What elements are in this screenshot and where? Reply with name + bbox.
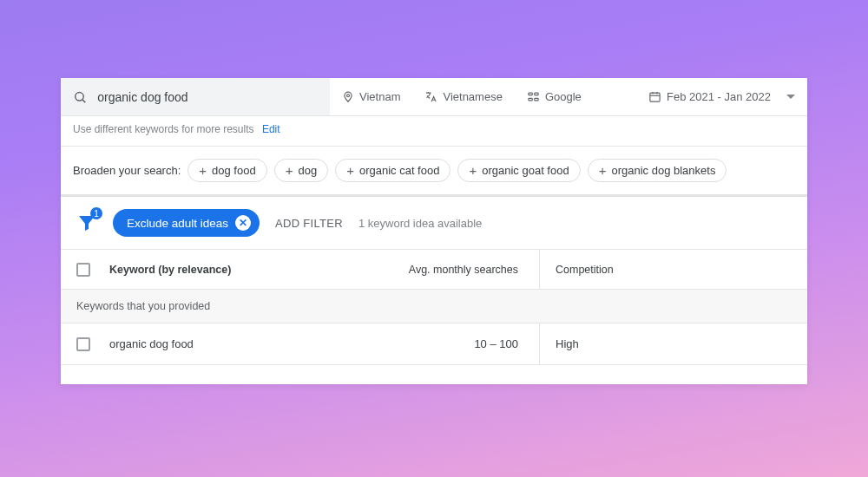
plus-icon: + (599, 164, 607, 177)
chip-label: dog (298, 164, 317, 177)
footer-spacer (61, 365, 807, 384)
row-checkbox[interactable] (76, 337, 90, 351)
location-selector[interactable]: Vietnam (330, 78, 412, 115)
add-filter-button[interactable]: ADD FILTER (275, 217, 343, 230)
active-filter-chip[interactable]: Exclude adult ideas ✕ (113, 209, 260, 237)
ideas-available-text: 1 keyword idea available (358, 217, 482, 230)
language-selector[interactable]: Vietnamese (412, 78, 514, 115)
chip-label: dog food (212, 164, 256, 177)
edit-link[interactable]: Edit (262, 123, 280, 135)
chip-label: organic goat food (482, 164, 569, 177)
broaden-chip[interactable]: +organic goat food (457, 159, 580, 182)
col-header-keyword[interactable]: Keyword (by relevance) (106, 264, 358, 276)
active-filter-label: Exclude adult ideas (127, 217, 228, 230)
table-row[interactable]: organic dog food 10 – 100 High (61, 323, 807, 365)
translate-icon (424, 90, 437, 103)
hint-text: Use different keywords for more results (73, 123, 254, 135)
broaden-chip[interactable]: +dog (274, 159, 328, 182)
col-header-avg-searches[interactable]: Avg. monthly searches (358, 250, 540, 289)
svg-rect-4 (529, 98, 532, 101)
network-selector[interactable]: Google (515, 78, 594, 115)
broaden-label: Broaden your search: (73, 164, 181, 177)
chip-label: organic dog blankets (611, 164, 715, 177)
remove-filter-icon[interactable]: ✕ (235, 215, 251, 231)
keyword-planner-panel: Vietnam Vietnamese Google Feb 2021 - Jan… (61, 78, 807, 384)
calendar-icon (648, 90, 661, 103)
chip-label: organic cat food (359, 164, 440, 177)
language-label: Vietnamese (443, 90, 502, 103)
search-icon (73, 89, 87, 105)
filter-count-badge: 1 (90, 207, 102, 219)
select-all-checkbox[interactable] (76, 263, 90, 277)
location-pin-icon (342, 91, 354, 103)
filter-bar: 1 Exclude adult ideas ✕ ADD FILTER 1 key… (61, 197, 807, 250)
cell-avg-searches: 10 – 100 (358, 323, 540, 364)
date-range-label: Feb 2021 - Jan 2022 (667, 90, 771, 103)
table-header-row: Keyword (by relevance) Avg. monthly sear… (61, 250, 807, 290)
broaden-chip[interactable]: +organic cat food (335, 159, 450, 182)
hint-row: Use different keywords for more results … (61, 116, 807, 147)
plus-icon: + (469, 164, 477, 177)
chevron-down-icon[interactable] (786, 95, 795, 99)
broaden-row: Broaden your search: +dog food +dog +org… (61, 147, 807, 197)
network-icon (527, 90, 540, 103)
svg-rect-7 (650, 93, 660, 101)
top-controls-row: Vietnam Vietnamese Google Feb 2021 - Jan… (61, 78, 807, 116)
filter-funnel-button[interactable]: 1 (76, 212, 97, 233)
svg-line-1 (82, 99, 85, 101)
svg-point-0 (76, 92, 84, 101)
svg-rect-5 (535, 93, 538, 95)
plus-icon: + (286, 164, 293, 177)
svg-rect-3 (529, 93, 532, 95)
location-label: Vietnam (359, 90, 400, 103)
search-input[interactable] (95, 89, 318, 105)
broaden-chip[interactable]: +organic dog blankets (588, 159, 727, 182)
svg-point-2 (347, 94, 350, 96)
svg-rect-6 (535, 98, 538, 101)
cell-competition: High (540, 337, 807, 350)
date-range-selector[interactable]: Feb 2021 - Jan 2022 (636, 78, 783, 115)
cell-keyword: organic dog food (106, 337, 358, 350)
network-label: Google (545, 90, 582, 103)
plus-icon: + (199, 164, 207, 177)
broaden-chip[interactable]: +dog food (187, 159, 266, 182)
table-section-header: Keywords that you provided (61, 290, 807, 323)
search-box[interactable] (61, 78, 330, 115)
plus-icon: + (346, 164, 354, 177)
col-header-competition[interactable]: Competition (540, 264, 807, 276)
